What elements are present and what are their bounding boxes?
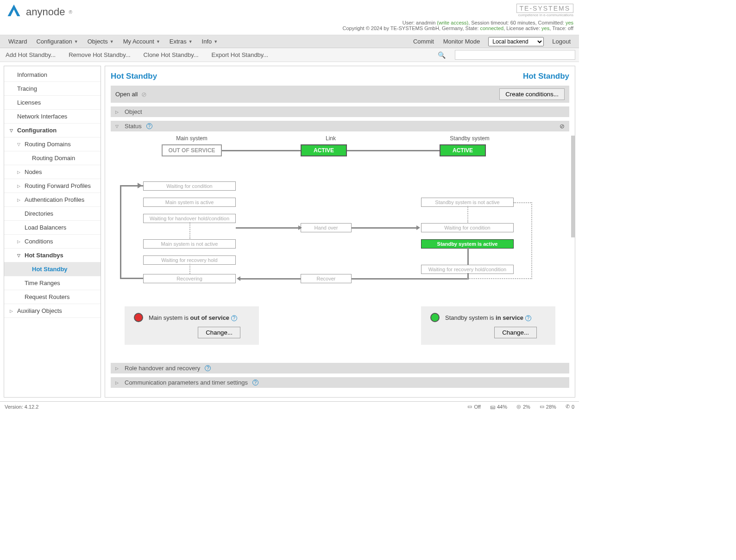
te-systems-logo: TE-SYSTEMS (516, 4, 573, 13)
chevron-right-icon: ▷ (17, 170, 22, 174)
stat-calls: ✆0 (566, 404, 574, 410)
stat-disk: 🖴44% (490, 404, 507, 410)
toolbar-remove[interactable]: Remove Hot Standby... (67, 50, 132, 59)
state-standby-active: Standby system is active (421, 239, 514, 249)
section-role-handover[interactable]: ▷ Role handover and recovery ? (111, 363, 569, 373)
state-waiting-condition-standby: Waiting for condition (421, 223, 514, 232)
search-input[interactable] (455, 50, 575, 60)
status-diagram: Main system Link Standby system OUT OF S… (111, 135, 569, 357)
search-icon: 🔍 (438, 51, 446, 59)
state-waiting-handover: Waiting for handover hold/condition (143, 214, 236, 223)
status-cards: Main system is out of service ? Change..… (111, 306, 569, 345)
stat-mem: ▭28% (540, 404, 556, 410)
chevron-right-icon: ▷ (115, 380, 120, 385)
nav-directories[interactable]: Directories (4, 207, 101, 221)
chevron-down-icon: ▽ (17, 253, 22, 258)
change-standby-button[interactable]: Change... (494, 327, 537, 338)
link-status-box: ACTIVE (301, 144, 347, 156)
content-panel: Hot Standby Hot Standby Open all ⊘ Creat… (105, 66, 575, 398)
toolbar-clone[interactable]: Clone Hot Standby... (142, 50, 201, 59)
state-main-not-active: Main system is not active (143, 239, 236, 249)
phone-icon: ✆ (566, 404, 570, 410)
main-status-box: OUT OF SERVICE (162, 144, 222, 156)
anynode-logo-icon (6, 4, 22, 20)
stat-off: ▭Off (467, 404, 480, 410)
nav-hot-standby[interactable]: Hot Standby (4, 262, 101, 276)
action-bar: Open all ⊘ Create conditions... (111, 86, 569, 103)
menu-monitor-mode[interactable]: Monitor Mode (439, 35, 484, 48)
help-icon[interactable]: ? (525, 315, 531, 321)
header-right: TE-SYSTEMS competence in e-communication… (343, 4, 573, 31)
help-icon[interactable]: ? (231, 315, 237, 321)
help-icon[interactable]: ? (146, 123, 152, 129)
menu-wizard[interactable]: Wizard (4, 35, 31, 48)
section-status[interactable]: ▽ Status ? ⊘ (111, 121, 569, 131)
nav-routing-forward-profiles[interactable]: ▷Routing Forward Profiles (4, 179, 101, 193)
nav-network-interfaces[interactable]: Network Interfaces (4, 110, 101, 124)
help-icon[interactable]: ? (205, 365, 211, 371)
scrollbar[interactable] (571, 136, 575, 237)
menu-objects[interactable]: Objects▼ (83, 35, 119, 48)
help-icon[interactable]: ? (252, 380, 258, 386)
cpu-icon: ◎ (516, 404, 521, 410)
menu-info[interactable]: Info▼ (197, 35, 223, 48)
footer: Version: 4.12.2 ▭Off 🖴44% ◎2% ▭28% ✆0 (0, 401, 579, 411)
toolbar: Add Hot Standby... Remove Hot Standby...… (0, 48, 579, 62)
standby-system-label: Standby system (444, 135, 495, 142)
status-dot-red (134, 313, 143, 322)
section-object[interactable]: ▷ Object (111, 106, 569, 117)
state-hand-over: Hand over (301, 223, 352, 232)
menubar: Wizard Configuration▼ Objects▼ My Accoun… (0, 35, 579, 48)
chevron-right-icon: ▷ (10, 309, 14, 313)
chevron-down-icon: ▽ (17, 142, 22, 147)
nav-request-routers[interactable]: Request Routers (4, 290, 101, 304)
page-title: Hot Standby (111, 72, 157, 81)
menu-my-account[interactable]: My Account▼ (119, 35, 165, 48)
nav-tracing[interactable]: Tracing (4, 82, 101, 96)
chevron-down-icon: ▽ (10, 128, 14, 133)
state-waiting-recovery-main: Waiting for recovery hold (143, 255, 236, 265)
backend-select[interactable]: Local backend (488, 37, 544, 46)
nav-licenses[interactable]: Licenses (4, 96, 101, 110)
section-comm-params[interactable]: ▷ Communication parameters and timer set… (111, 377, 569, 388)
status-dot-green (430, 313, 440, 322)
open-all-link[interactable]: Open all (115, 91, 138, 98)
nav-conditions[interactable]: ▷Conditions (4, 235, 101, 249)
nav-time-ranges[interactable]: Time Ranges (4, 276, 101, 290)
menu-logout[interactable]: Logout (547, 35, 575, 48)
state-waiting-condition-main: Waiting for condition (143, 181, 236, 191)
memory-icon: ▭ (540, 404, 544, 410)
battery-icon: ▭ (467, 404, 472, 410)
change-main-button[interactable]: Change... (198, 327, 240, 338)
nav-load-balancers[interactable]: Load Balancers (4, 221, 101, 235)
menu-commit[interactable]: Commit (409, 35, 439, 48)
nav-information[interactable]: Information (4, 68, 101, 82)
nav-nodes[interactable]: ▷Nodes (4, 165, 101, 179)
link-label: Link (321, 135, 340, 142)
disk-icon: 🖴 (490, 404, 495, 410)
state-recover: Recover (301, 274, 352, 283)
create-conditions-button[interactable]: Create conditions... (499, 88, 565, 100)
standby-status-card: Standby system is in service ? Change... (421, 306, 555, 345)
toolbar-add[interactable]: Add Hot Standby... (4, 50, 57, 59)
chevron-down-icon: ▽ (115, 124, 120, 129)
nav-configuration[interactable]: ▽Configuration (4, 124, 101, 137)
main-status-card: Main system is out of service ? Change..… (125, 306, 259, 345)
cancel-icon[interactable]: ⊘ (560, 123, 565, 130)
nav-authentication-profiles[interactable]: ▷Authentication Profiles (4, 193, 101, 207)
toolbar-export[interactable]: Export Hot Standby... (210, 50, 270, 59)
cancel-icon[interactable]: ⊘ (141, 91, 147, 98)
menu-extras[interactable]: Extras▼ (165, 35, 197, 48)
state-waiting-recovery-standby: Waiting for recovery hold/condition (421, 265, 514, 274)
chevron-right-icon: ▷ (115, 366, 120, 371)
nav-routing-domain[interactable]: Routing Domain (4, 151, 101, 165)
brand-text: anynode (26, 6, 65, 18)
menu-configuration[interactable]: Configuration▼ (31, 35, 82, 48)
nav-hot-standbys[interactable]: ▽Hot Standbys (4, 249, 101, 262)
stat-cpu: ◎2% (516, 404, 530, 410)
nav-auxiliary-objects[interactable]: ▷Auxiliary Objects (4, 304, 101, 318)
page-title-right: Hot Standby (523, 72, 569, 81)
nav-routing-domains[interactable]: ▽Routing Domains (4, 137, 101, 151)
chevron-right-icon: ▷ (17, 184, 22, 188)
sidebar: Information Tracing Licenses Network Int… (4, 66, 101, 398)
